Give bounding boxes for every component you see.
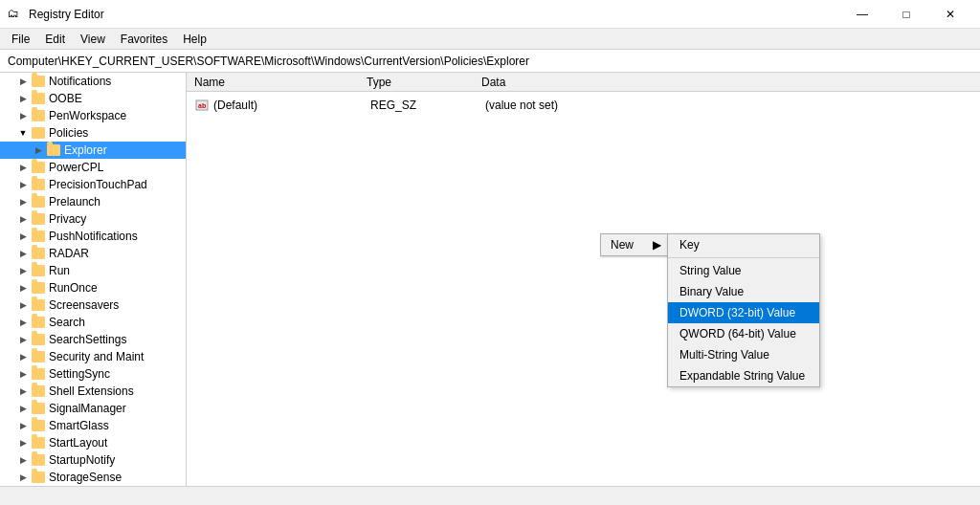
tree-arrow-penworkspace: ▶ [15, 107, 31, 124]
folder-icon-settingsync [31, 366, 46, 382]
tree-item-securityandmaint[interactable]: ▶Security and Maint [0, 348, 186, 365]
tree-label-precisiontouchpad: PrecisionTouchPad [49, 178, 147, 191]
folder-icon-startlayout [31, 435, 46, 450]
tree-label-powercpl: PowerCPL [49, 161, 103, 174]
title-bar: 🗂 Registry Editor — □ ✕ [0, 0, 980, 29]
tree-item-precisiontouchpad[interactable]: ▶PrecisionTouchPad [0, 176, 186, 193]
tree-arrow-notifications: ▶ [15, 73, 31, 90]
window-controls: — □ ✕ [840, 0, 972, 29]
tree-arrow-searchsettings: ▶ [15, 331, 31, 348]
app-title: Registry Editor [29, 8, 104, 21]
tree-arrow-oobe: ▶ [15, 90, 31, 107]
tree-label-securityandmaint: Security and Maint [49, 350, 144, 363]
tree-arrow-storagesense: ▶ [15, 469, 31, 486]
menu-bar: FileEditViewFavoritesHelp [0, 29, 980, 50]
folder-icon-startupnotify [31, 452, 46, 468]
tree-item-storagesense[interactable]: ▶StorageSense [0, 469, 186, 486]
folder-icon-prelaunch [31, 194, 46, 209]
tree-item-penworkspace[interactable]: ▶PenWorkspace [0, 107, 186, 124]
folder-icon-oobe [31, 91, 46, 106]
tree-arrow-settingsync: ▶ [15, 365, 31, 383]
tree-item-policies[interactable]: ▼Policies [0, 124, 186, 142]
tree-item-startupnotify[interactable]: ▶StartupNotify [0, 451, 186, 469]
maximize-button[interactable]: □ [884, 0, 928, 29]
tree-arrow-screensavers: ▶ [15, 296, 31, 314]
menu-item-help[interactable]: Help [175, 31, 214, 48]
new-button-label: New [611, 238, 634, 252]
tree-item-runonce[interactable]: ▶RunOnce [0, 279, 186, 296]
main-content: ▶Notifications▶OOBE▶PenWorkspace▼Policie… [0, 73, 980, 486]
tree-item-search[interactable]: ▶Search [0, 314, 186, 331]
column-headers: Name Type Data [187, 73, 980, 92]
submenu-item-binary-value[interactable]: Binary Value [668, 281, 819, 302]
status-bar [0, 486, 980, 505]
tree-arrow-signalmanager: ▶ [15, 400, 31, 417]
tree-arrow-prelaunch: ▶ [15, 193, 31, 210]
tree-label-policies: Policies [49, 126, 88, 140]
tree-panel-scroll[interactable]: ▶Notifications▶OOBE▶PenWorkspace▼Policie… [0, 73, 186, 486]
col-header-name: Name [194, 76, 367, 89]
tree-item-settingsync[interactable]: ▶SettingSync [0, 365, 186, 383]
address-bar: Computer\HKEY_CURRENT_USER\SOFTWARE\Micr… [0, 50, 980, 73]
svg-text:ab: ab [198, 102, 206, 109]
folder-icon-notifications [31, 74, 46, 89]
folder-icon-screensavers [31, 297, 46, 313]
tree-item-smartglass[interactable]: ▶SmartGlass [0, 417, 186, 434]
col-header-data: Data [481, 76, 972, 89]
submenu-item-key[interactable]: Key [668, 234, 819, 255]
folder-icon-storagesense [31, 470, 46, 485]
tree-item-startlayout[interactable]: ▶StartLayout [0, 434, 186, 451]
tree-label-privacy: Privacy [49, 212, 86, 226]
tree-label-signalmanager: SignalManager [49, 402, 126, 415]
folder-icon-smartglass [31, 418, 46, 433]
tree-arrow-securityandmaint: ▶ [15, 348, 31, 365]
tree-item-notifications[interactable]: ▶Notifications [0, 73, 186, 90]
tree-item-radar[interactable]: ▶RADAR [0, 245, 186, 262]
new-button[interactable]: New ▶ [600, 233, 672, 256]
folder-icon-radar [31, 246, 46, 261]
minimize-button[interactable]: — [840, 0, 884, 29]
menu-item-favorites[interactable]: Favorites [113, 31, 175, 48]
close-button[interactable]: ✕ [928, 0, 972, 29]
submenu-item-string-value[interactable]: String Value [668, 260, 819, 281]
tree-arrow-startlayout: ▶ [15, 434, 31, 451]
submenu-item-dword-value[interactable]: DWORD (32-bit) Value [668, 302, 819, 323]
registry-row[interactable]: ab(Default)REG_SZ(value not set) [187, 96, 980, 115]
folder-icon-penworkspace [31, 108, 46, 123]
tree-item-oobe[interactable]: ▶OOBE [0, 90, 186, 107]
tree-arrow-pushnotifications: ▶ [15, 228, 31, 245]
tree-label-notifications: Notifications [49, 75, 111, 88]
tree-arrow-precisiontouchpad: ▶ [15, 176, 31, 193]
tree-arrow-radar: ▶ [15, 245, 31, 262]
submenu-item-multi-string[interactable]: Multi-String Value [668, 344, 819, 365]
tree-item-powercpl[interactable]: ▶PowerCPL [0, 159, 186, 176]
menu-item-edit[interactable]: Edit [37, 31, 73, 48]
tree-arrow-run: ▶ [15, 262, 31, 279]
registry-value-type: REG_SZ [370, 99, 485, 112]
tree-label-smartglass: SmartGlass [49, 419, 109, 432]
menu-item-view[interactable]: View [73, 31, 113, 48]
tree-item-privacy[interactable]: ▶Privacy [0, 210, 186, 228]
tree-item-pushnotifications[interactable]: ▶PushNotifications [0, 228, 186, 245]
submenu-item-expandable-string[interactable]: Expandable String Value [668, 365, 819, 386]
tree-item-explorer[interactable]: ▶Explorer [0, 142, 186, 159]
menu-item-file[interactable]: File [4, 31, 37, 48]
folder-icon-run [31, 263, 46, 278]
tree-arrow-runonce: ▶ [15, 279, 31, 296]
tree-item-shellextensions[interactable]: ▶Shell Extensions [0, 383, 186, 400]
tree-item-run[interactable]: ▶Run [0, 262, 186, 279]
right-panel: Name Type Data ab(Default)REG_SZ(value n… [187, 73, 980, 486]
folder-icon-powercpl [31, 160, 46, 175]
tree-item-searchsettings[interactable]: ▶SearchSettings [0, 331, 186, 348]
folder-icon-privacy [31, 211, 46, 227]
tree-arrow-privacy: ▶ [15, 210, 31, 228]
folder-icon-shellextensions [31, 384, 46, 399]
tree-item-screensavers[interactable]: ▶Screensavers [0, 296, 186, 314]
tree-label-search: Search [49, 316, 85, 329]
tree-item-prelaunch[interactable]: ▶Prelaunch [0, 193, 186, 210]
tree-item-signalmanager[interactable]: ▶SignalManager [0, 400, 186, 417]
tree-label-explorer: Explorer [64, 143, 107, 157]
col-header-type: Type [367, 76, 481, 89]
submenu-item-qword-value[interactable]: QWORD (64-bit) Value [668, 323, 819, 344]
tree-label-shellextensions: Shell Extensions [49, 384, 134, 398]
